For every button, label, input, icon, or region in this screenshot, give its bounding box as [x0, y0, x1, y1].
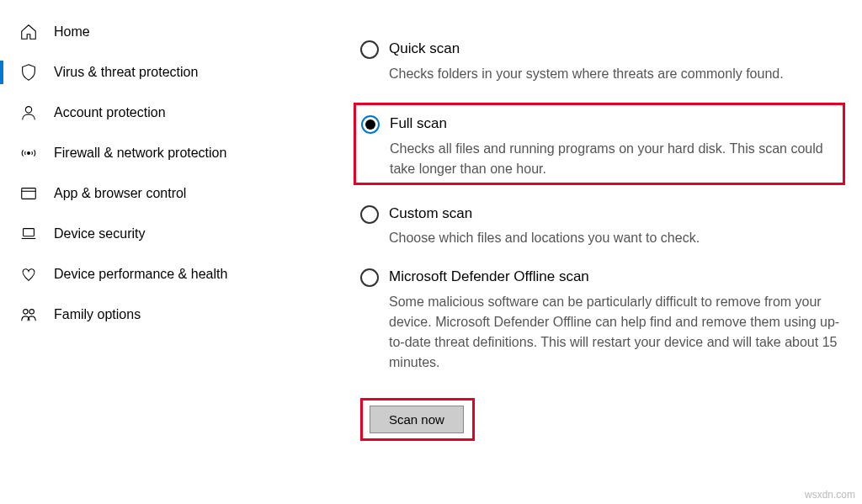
option-desc: Some malicious software can be particula…	[389, 292, 845, 373]
svg-rect-4	[24, 229, 35, 236]
radio-quick[interactable]	[360, 40, 379, 59]
sidebar-item-label: Firewall & network protection	[54, 146, 226, 161]
svg-point-6	[29, 310, 34, 315]
scan-option-full[interactable]: Full scan Checks all files and running p…	[361, 114, 838, 179]
sidebar-item-account[interactable]: Account protection	[0, 93, 328, 133]
watermark: wsxdn.com	[805, 489, 855, 501]
radio-full[interactable]	[361, 115, 380, 134]
scan-option-offline[interactable]: Microsoft Defender Offline scan Some mal…	[360, 267, 845, 373]
sidebar-item-label: Device performance & health	[54, 267, 227, 282]
sidebar-item-device-security[interactable]: Device security	[0, 214, 328, 254]
option-title: Custom scan	[389, 204, 845, 224]
radio-custom[interactable]	[360, 205, 379, 224]
option-title: Full scan	[390, 114, 838, 134]
sidebar-item-device-performance[interactable]: Device performance & health	[0, 254, 328, 294]
svg-point-1	[28, 152, 30, 155]
option-desc: Checks all files and running programs on…	[390, 139, 838, 179]
family-icon	[17, 303, 40, 326]
sidebar-item-home[interactable]: Home	[0, 12, 328, 52]
sidebar-item-virus-threat[interactable]: Virus & threat protection	[0, 52, 328, 93]
radio-offline[interactable]	[360, 268, 379, 287]
browser-icon	[17, 182, 40, 205]
option-title: Microsoft Defender Offline scan	[389, 267, 845, 287]
sidebar-item-label: Family options	[54, 307, 141, 322]
svg-point-0	[25, 107, 31, 113]
person-icon	[17, 101, 40, 125]
home-icon	[17, 20, 40, 44]
option-desc: Choose which files and locations you wan…	[389, 228, 845, 248]
shield-icon	[17, 61, 40, 84]
sidebar-item-label: Virus & threat protection	[54, 65, 198, 80]
laptop-icon	[17, 222, 40, 246]
sidebar-item-label: App & browser control	[54, 186, 186, 201]
svg-point-5	[24, 310, 28, 315]
sidebar-item-app-browser[interactable]: App & browser control	[0, 173, 328, 214]
scan-option-custom[interactable]: Custom scan Choose which files and locat…	[360, 204, 845, 249]
highlight-full-scan: Full scan Checks all files and running p…	[354, 103, 845, 185]
sidebar-item-family[interactable]: Family options	[0, 294, 328, 335]
scan-option-quick[interactable]: Quick scan Checks folders in your system…	[360, 39, 845, 84]
sidebar-item-firewall[interactable]: Firewall & network protection	[0, 133, 328, 173]
main-content: Quick scan Checks folders in your system…	[328, 0, 862, 504]
sidebar-item-label: Device security	[54, 226, 145, 241]
option-desc: Checks folders in your system where thre…	[389, 64, 845, 84]
antenna-icon	[17, 141, 40, 165]
sidebar: Home Virus & threat protection Account p…	[0, 0, 328, 504]
scan-now-button[interactable]: Scan now	[370, 406, 464, 433]
sidebar-item-label: Account protection	[54, 105, 166, 120]
svg-rect-2	[22, 188, 36, 199]
sidebar-item-label: Home	[54, 24, 90, 40]
highlight-scan-now: Scan now	[360, 398, 475, 441]
option-title: Quick scan	[389, 39, 845, 59]
heart-icon	[17, 263, 40, 286]
